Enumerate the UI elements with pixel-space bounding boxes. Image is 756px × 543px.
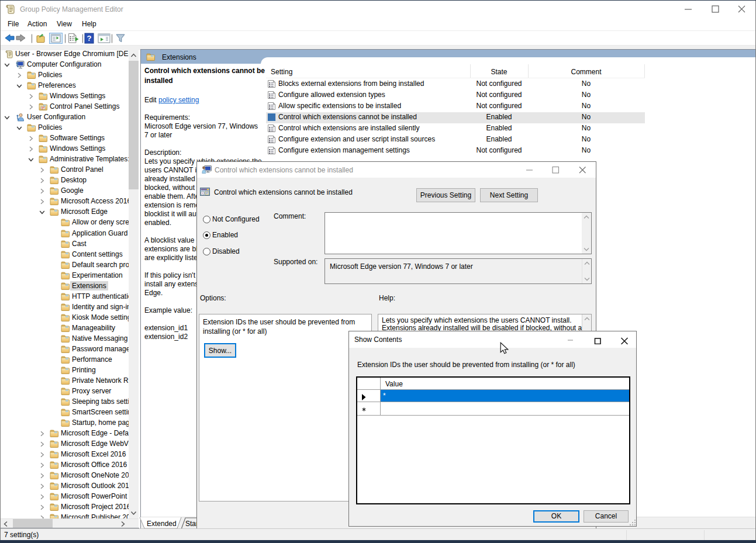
svg-text:?: ? — [87, 34, 92, 43]
